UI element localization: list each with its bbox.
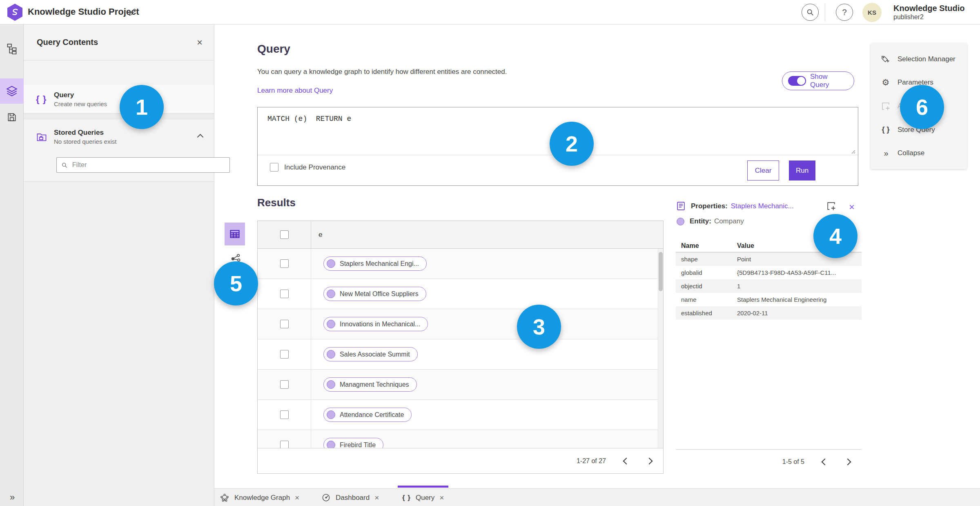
column-header-name: Name (676, 242, 737, 250)
show-query-toggle[interactable]: Show Query (782, 71, 854, 90)
chevron-left-icon[interactable] (822, 458, 829, 465)
table-row[interactable]: Managment Techniques (258, 370, 663, 400)
edit-title-icon[interactable] (127, 7, 137, 17)
close-tab-icon[interactable]: × (439, 493, 444, 502)
entity-dot-icon (677, 218, 684, 225)
callout-3: 3 (517, 305, 561, 349)
table-row[interactable]: Attendance Certificate (258, 400, 663, 430)
menu-item-collapse[interactable]: » Collapse (871, 141, 967, 165)
chevron-right-icon[interactable] (844, 458, 851, 465)
close-properties-button[interactable]: × (849, 201, 855, 213)
filter-field[interactable] (56, 157, 230, 173)
user-name: Knowledge Studio (893, 3, 964, 13)
entity-chip[interactable]: Firebird Title (323, 438, 383, 449)
row-checkbox[interactable] (280, 441, 289, 449)
row-checkbox[interactable] (280, 320, 289, 328)
scrollbar-thumb[interactable] (659, 252, 663, 291)
entity-chip[interactable]: Staplers Mechanical Engi... (323, 256, 427, 271)
table-view-button-active[interactable] (225, 223, 245, 245)
tab-query-active[interactable]: { } Query × (402, 489, 444, 506)
include-provenance-label: Include Provenance (284, 163, 345, 172)
entity-dot-icon (327, 410, 335, 419)
close-tab-icon[interactable]: × (295, 493, 299, 502)
chevron-right-icon[interactable] (646, 457, 653, 464)
add-to-selection-button[interactable] (826, 201, 836, 213)
row-checkbox[interactable] (280, 259, 289, 268)
knowledge-studio-app: Knowledge Studio Project ? KS Knowledge … (0, 0, 980, 506)
entity-chip[interactable]: Managment Techniques (323, 377, 417, 392)
select-all-checkbox[interactable] (280, 230, 289, 239)
tab-knowledge-graph[interactable]: Knowledge Graph × (220, 489, 299, 506)
contents-item-query[interactable]: { } Query Create new queries (24, 85, 214, 114)
search-button[interactable] (802, 4, 819, 21)
entity-chip[interactable]: Attendance Certificate (323, 408, 412, 422)
run-button[interactable]: Run (789, 160, 815, 181)
rail-item-save[interactable] (0, 105, 24, 130)
app-header: Knowledge Studio Project ? KS Knowledge … (0, 0, 980, 25)
entity-chip[interactable]: Sales Associate Summit (323, 347, 418, 361)
row-checkbox[interactable] (280, 380, 289, 389)
app-logo-icon[interactable] (7, 4, 22, 21)
stored-queries-subtitle: No stored queries exist (54, 138, 116, 145)
callout-6: 6 (900, 85, 944, 129)
contents-item-stored-queries[interactable]: Stored Queries No stored queries exist (24, 119, 214, 154)
results-page-info: 1-27 of 27 (577, 457, 606, 465)
contents-panel-title: Query Contents (37, 38, 197, 47)
column-header-e[interactable]: e (311, 221, 663, 248)
braces-icon: { } (880, 125, 891, 134)
table-row[interactable]: Staplers Mechanical Engi... (258, 249, 663, 279)
include-provenance-checkbox[interactable] (270, 163, 278, 172)
help-button[interactable]: ? (836, 4, 853, 21)
table-row[interactable]: Sales Associate Summit (258, 339, 663, 370)
row-checkbox[interactable] (280, 350, 289, 359)
filter-input[interactable] (72, 161, 225, 169)
rail-item-data-model[interactable] (0, 36, 24, 61)
expand-rail-button[interactable]: » (0, 492, 24, 503)
braces-icon: { } (36, 94, 47, 105)
collapse-section-icon[interactable] (197, 134, 204, 140)
contents-panel-header: Query Contents × (24, 25, 214, 60)
query-description: You can query a knowledge graph to ident… (257, 68, 507, 76)
row-checkbox[interactable] (280, 290, 289, 298)
header-divider (825, 3, 825, 21)
properties-entity-link[interactable]: Staplers Mechanic... (731, 202, 794, 210)
stored-queries-title: Stored Queries (54, 129, 116, 137)
callout-5: 5 (214, 261, 258, 305)
entity-dot-icon (327, 350, 335, 359)
property-row: established 2020-02-11 (676, 306, 862, 320)
callout-2: 2 (550, 122, 594, 166)
avatar[interactable]: KS (862, 3, 882, 22)
save-icon (7, 112, 17, 123)
square-plus-icon (826, 201, 836, 211)
query-code-input[interactable]: MATCH (e) RETURN e (267, 115, 351, 123)
toggle-track[interactable] (788, 76, 806, 86)
table-row[interactable]: New Metal Office Suppliers (258, 279, 663, 309)
table-row[interactable]: Firebird Title (258, 430, 663, 449)
include-provenance-option[interactable]: Include Provenance (270, 163, 345, 172)
entity-chip[interactable]: Innovations in Mechanical... (323, 317, 428, 331)
learn-more-link[interactable]: Learn more about Query (257, 87, 333, 95)
filter-search-icon (61, 161, 68, 169)
properties-page-info: 1-5 of 5 (782, 458, 804, 466)
table-row[interactable]: Innovations in Mechanical... (258, 309, 663, 339)
entity-dot-icon (327, 320, 335, 328)
close-tab-icon[interactable]: × (374, 493, 379, 502)
stored-queries-list-area (24, 181, 214, 506)
clear-button[interactable]: Clear (747, 160, 779, 181)
menu-item-selection-manager[interactable]: Selection Manager (871, 47, 967, 71)
column-header-value: Value (737, 242, 754, 250)
layers-icon (6, 85, 18, 97)
row-checkbox[interactable] (280, 410, 289, 419)
entity-dot-icon (327, 259, 335, 268)
user-menu[interactable]: Knowledge Studio publisher2 (893, 3, 964, 21)
entity-chip[interactable]: New Metal Office Suppliers (323, 287, 426, 301)
close-panel-button[interactable]: × (197, 37, 203, 48)
rail-item-layers-active[interactable] (0, 78, 24, 104)
table-scrollbar[interactable] (658, 249, 663, 449)
resize-handle[interactable] (850, 148, 855, 156)
chevron-left-icon[interactable] (623, 457, 630, 464)
tab-dashboard[interactable]: Dashboard × (321, 489, 379, 506)
entity-type-row: Entity: Company (677, 217, 744, 225)
collapse-icon: » (880, 149, 891, 158)
entity-dot-icon (327, 441, 335, 449)
